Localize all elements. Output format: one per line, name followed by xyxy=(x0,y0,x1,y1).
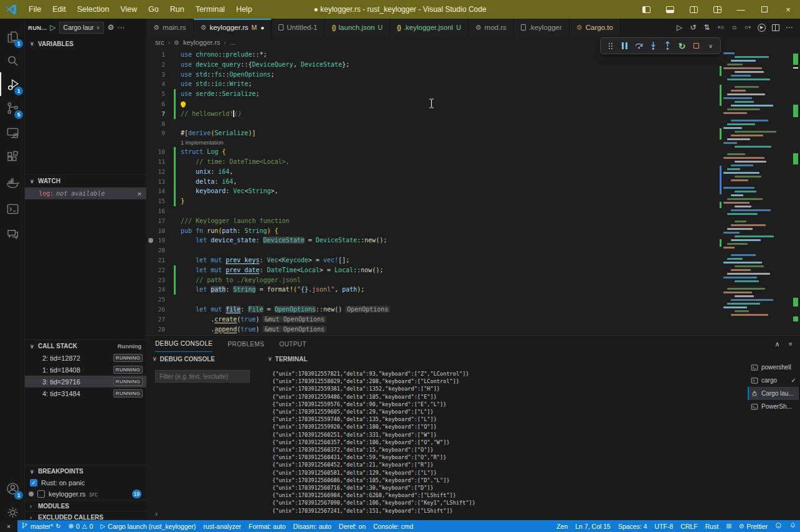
split-editor-icon[interactable] xyxy=(769,21,781,34)
status-encoding[interactable]: UTF-8 xyxy=(651,520,677,532)
tab-launch-json[interactable]: {}launch.jsonU xyxy=(325,19,390,36)
call-stack-thread[interactable]: 4: tid=31484RUNNING xyxy=(25,387,146,399)
call-stack-section-header[interactable]: ∨ CALL STACK Running xyxy=(25,340,146,352)
variables-section-header[interactable]: ∨ VARIABLES xyxy=(25,37,146,50)
step-into-button[interactable] xyxy=(647,39,660,52)
debug-console-section-header[interactable]: ∨ DEBUG CONSOLE xyxy=(146,352,262,366)
remove-watch-icon[interactable]: × xyxy=(138,190,141,197)
run-file-icon[interactable]: ▷ xyxy=(674,21,685,34)
start-debug-button[interactable]: ▷ xyxy=(50,23,55,32)
remote-indicator[interactable]: × xyxy=(0,520,17,532)
code-line-26[interactable]: 26 let mut file: File = OpenOptions::new… xyxy=(146,305,707,315)
terminal-output[interactable]: {"unix":1703912557821,"delta":93,"keyboa… xyxy=(272,370,475,515)
terminal-session-cargo-lau-[interactable]: Cargo lau... xyxy=(748,387,799,400)
code-line-11[interactable]: 11 // time: DateTime<Local>, xyxy=(146,157,707,167)
status-problems[interactable]: ⊗0△0 xyxy=(65,520,97,532)
toggle-panel-button[interactable] xyxy=(658,0,682,19)
code-line-24[interactable]: 24 let path: String = format!("{}.jsonl"… xyxy=(146,285,707,295)
line-number[interactable]: 22 xyxy=(146,265,174,275)
modules-section-header[interactable]: › MODULES xyxy=(25,500,146,512)
menu-edit[interactable]: Edit xyxy=(47,5,72,14)
line-number[interactable]: 5 xyxy=(146,89,174,99)
breakpoint-row[interactable]: keylogger.rssrc19 xyxy=(25,488,146,500)
code-line-5[interactable]: 5use serde::Serialize; xyxy=(146,89,707,99)
more-actions-icon[interactable]: ⋯ xyxy=(783,21,795,34)
line-number[interactable]: 12 xyxy=(146,167,174,177)
menu-selection[interactable]: Selection xyxy=(72,5,115,14)
status-format-status[interactable]: Format: auto xyxy=(245,520,290,532)
menu-help[interactable]: Help xyxy=(231,5,258,14)
line-number[interactable]: 25 xyxy=(146,295,174,305)
repl-prompt[interactable]: › xyxy=(155,510,158,518)
panel-close-icon[interactable]: × xyxy=(789,340,793,348)
line-number[interactable]: 14 xyxy=(146,186,174,196)
tab-keylogger-rs[interactable]: ⚙keylogger.rsM● xyxy=(194,19,272,36)
line-number[interactable]: 16 xyxy=(146,206,174,216)
tab-main-rs[interactable]: ⚙main.rs xyxy=(146,19,194,36)
call-stack-thread[interactable]: 1: tid=18408RUNNING xyxy=(25,364,146,376)
terminal-section-header[interactable]: ∨ TERMINAL xyxy=(262,352,800,366)
line-number[interactable]: 27 xyxy=(146,315,174,325)
status-ports[interactable]: ⊞ xyxy=(722,520,735,532)
code-line-2[interactable]: 2use device_query::{DeviceQuery, DeviceS… xyxy=(146,60,707,70)
code-line-27[interactable]: 27 .create(true)&mut OpenOptions xyxy=(146,315,707,325)
watch-expression-row[interactable]: log: not available × xyxy=(25,188,146,199)
activity-run-and-debug-icon[interactable]: 1 xyxy=(0,72,25,96)
code-line-10[interactable]: 10struct Log { xyxy=(146,147,707,157)
toggle-primary-sidebar-button[interactable] xyxy=(634,0,658,19)
line-number[interactable]: 3 xyxy=(146,70,174,80)
breadcrumb-item[interactable]: src xyxy=(155,39,164,46)
debug-toolbar-grip[interactable] xyxy=(604,39,617,52)
status-eol[interactable]: CRLF xyxy=(677,520,701,532)
code-line-18[interactable]: 18pub fn run(path: String) { xyxy=(146,226,707,236)
code-line-7[interactable]: 7// helloworld!() xyxy=(146,109,707,119)
line-number[interactable]: 15 xyxy=(146,196,174,206)
tab--keylogger-jsonl[interactable]: {}.keylogger.jsonlU xyxy=(390,19,469,36)
code-line-16[interactable]: 16 xyxy=(146,206,707,216)
code-line-20[interactable]: 20 xyxy=(146,245,707,255)
step-out-button[interactable] xyxy=(661,39,674,52)
line-number[interactable]: 11 xyxy=(146,157,174,167)
status-notifications[interactable] xyxy=(786,520,800,532)
watch-section-header[interactable]: ∨ WATCH xyxy=(25,174,146,187)
minimize-button[interactable]: — xyxy=(729,0,753,19)
activity-comments-icon[interactable] xyxy=(0,222,25,245)
overview-ruler[interactable] xyxy=(791,49,800,335)
toggle-secondary-sidebar-button[interactable] xyxy=(682,0,705,19)
status-rust-analyzer-status[interactable]: rust-analyzer xyxy=(199,520,245,532)
line-number[interactable]: 13 xyxy=(146,177,174,187)
debug-toolbar-chevron-icon[interactable]: ∨ xyxy=(704,39,717,52)
timeline-history-icon[interactable]: ↺ xyxy=(687,21,699,34)
line-number[interactable]: 24 xyxy=(146,285,174,295)
status-debug-launch[interactable]: ▷Cargo launch (rust_keylogger) xyxy=(97,520,199,532)
line-number[interactable]: 18 xyxy=(146,226,174,236)
status-console-status[interactable]: Console: cmd xyxy=(369,520,417,532)
code-line-19[interactable]: 19 let device_state: DeviceState = Devic… xyxy=(146,235,707,245)
line-number[interactable]: 6 xyxy=(146,99,174,109)
terminal-session-powersh-[interactable]: PowerSh... xyxy=(748,400,799,413)
breakpoint-row[interactable]: ✓Rust: on panic xyxy=(25,477,146,488)
activity-search-icon[interactable] xyxy=(0,49,25,72)
tab-mod-rs[interactable]: ⚙mod.rs xyxy=(469,19,514,36)
tab--keylogger[interactable]: .keylogger xyxy=(514,19,569,36)
code-line-14[interactable]: 14 keyboard: Vec<String>, xyxy=(146,186,707,196)
line-number[interactable]: 7 xyxy=(146,109,174,119)
status-zen[interactable]: Zen xyxy=(553,520,571,532)
line-number[interactable]: 23 xyxy=(146,275,174,285)
code-line-23[interactable]: 23 // path to ./keylogger.jsonl xyxy=(146,275,707,285)
status-deref-status[interactable]: Deref: on xyxy=(335,520,369,532)
status-feedback[interactable] xyxy=(771,520,786,532)
menu-go[interactable]: Go xyxy=(143,5,164,14)
step-over-button[interactable] xyxy=(632,39,645,52)
breadcrumb-item[interactable]: ... xyxy=(230,39,236,46)
line-number[interactable]: 19 xyxy=(146,235,174,245)
code-line-13[interactable]: 13 delta: i64, xyxy=(146,177,707,187)
activity-account-icon[interactable]: 1 xyxy=(0,477,25,500)
customize-layout-button[interactable] xyxy=(705,0,729,19)
call-stack-thread[interactable]: 3: tid=29716RUNNING xyxy=(25,376,146,387)
status-cursor-position[interactable]: Ln 7, Col 15 xyxy=(571,520,614,532)
maximize-button[interactable] xyxy=(753,0,776,19)
memory-right-icon[interactable]: ○+ xyxy=(742,21,754,34)
breakpoint-checkbox[interactable]: ✓ xyxy=(30,479,37,487)
status-prettier[interactable]: ⊘Prettier xyxy=(735,520,771,532)
